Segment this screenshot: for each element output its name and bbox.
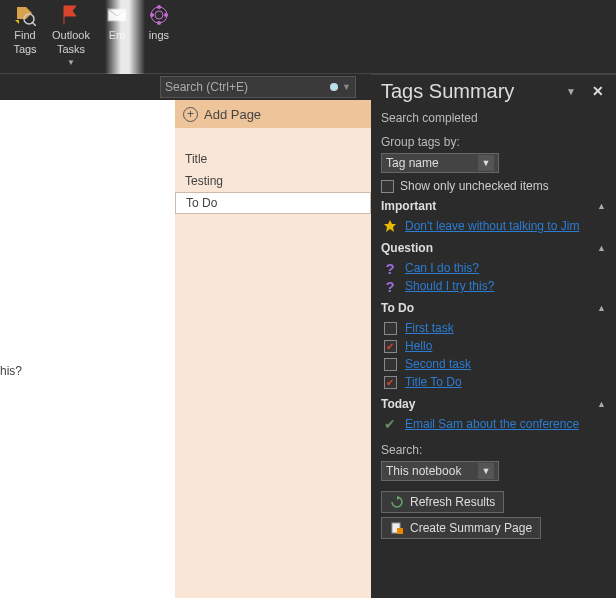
panel-menu-icon[interactable]: ▼ [556, 86, 586, 97]
tag-link[interactable]: Email Sam about the conference [405, 417, 579, 431]
page-list: + Add Page TitleTestingTo Do [175, 100, 371, 598]
group-name: Question [381, 241, 433, 255]
tag-link[interactable]: Can I do this? [405, 261, 479, 275]
outlook-tasks-button[interactable]: Outlook Tasks ▼ [46, 0, 96, 73]
tag-link[interactable]: First task [405, 321, 454, 335]
tag-row: ?Can I do this? [381, 259, 606, 277]
meeting-details-button[interactable]: ings [138, 0, 180, 73]
checkbox-icon[interactable]: ✔ [383, 375, 397, 389]
search-placeholder: Search (Ctrl+E) [165, 80, 248, 94]
tag-link[interactable]: Should I try this? [405, 279, 494, 293]
svg-point-6 [155, 11, 163, 19]
group-header[interactable]: To Do▲ [381, 301, 606, 315]
search-scope-select[interactable]: This notebook ▼ [381, 461, 499, 481]
flag-icon [60, 4, 82, 26]
tag-row: ✔Hello [381, 337, 606, 355]
search-status: Search completed [381, 111, 606, 125]
chevron-down-icon: ▼ [478, 463, 494, 479]
note-canvas[interactable]: his? [0, 100, 175, 598]
group-header[interactable]: Today▲ [381, 397, 606, 411]
checkbox-icon[interactable] [383, 357, 397, 371]
ribbon: Find Tags Outlook Tasks ▼ Em ings [0, 0, 616, 74]
page-strip: his? + Add Page TitleTestingTo Do [0, 100, 371, 598]
search-scope-dot[interactable] [330, 83, 338, 91]
main-column: Search (Ctrl+E) ▼ his? + Add Page TitleT… [0, 74, 371, 598]
question-icon: ? [383, 279, 397, 293]
svg-line-2 [32, 22, 36, 26]
check-dim-icon: ✔ [383, 417, 397, 431]
checkbox-icon[interactable] [381, 180, 394, 193]
show-unchecked-row[interactable]: Show only unchecked items [381, 179, 606, 193]
meeting-icon [148, 4, 170, 26]
svg-marker-11 [384, 220, 396, 232]
svg-marker-3 [15, 20, 19, 24]
tag-row: ?Should I try this? [381, 277, 606, 295]
refresh-label: Refresh Results [410, 495, 495, 509]
panel-body: Search completed Group tags by: Tag name… [371, 107, 616, 549]
group-name: To Do [381, 301, 414, 315]
close-icon[interactable]: ✕ [586, 83, 610, 99]
content-row: Search (Ctrl+E) ▼ his? + Add Page TitleT… [0, 74, 616, 598]
page-icon [390, 521, 404, 535]
meetings-label-2 [157, 42, 160, 56]
chevron-down-icon[interactable]: ▼ [342, 82, 351, 92]
checkbox-icon[interactable]: ✔ [383, 339, 397, 353]
find-tags-button[interactable]: Find Tags [4, 0, 46, 73]
plus-icon: + [183, 107, 198, 122]
search-input[interactable]: Search (Ctrl+E) ▼ [160, 76, 356, 98]
tag-link[interactable]: Second task [405, 357, 471, 371]
tag-link[interactable]: Don't leave without talking to Jim [405, 219, 579, 233]
tag-search-icon [14, 4, 36, 26]
checkbox-icon[interactable]: ✔ [384, 340, 397, 353]
group-header[interactable]: Question▲ [381, 241, 606, 255]
group-header[interactable]: Important▲ [381, 199, 606, 213]
page-item[interactable]: Testing [175, 170, 371, 192]
add-page-label: Add Page [204, 107, 261, 122]
meetings-label: ings [149, 28, 169, 42]
tag-row: ✔Title To Do [381, 373, 606, 391]
chevron-down-icon: ▼ [478, 155, 494, 171]
email-label-2 [115, 42, 118, 56]
checkbox-icon[interactable] [384, 358, 397, 371]
summary-label: Create Summary Page [410, 521, 532, 535]
group-by-label: Group tags by: [381, 135, 606, 149]
group-by-value: Tag name [386, 156, 439, 170]
chevron-up-icon: ▲ [597, 303, 606, 313]
star-icon [383, 219, 397, 233]
outlook-tasks-label: Outlook Tasks [52, 28, 90, 56]
group-name: Important [381, 199, 436, 213]
svg-point-10 [157, 21, 161, 25]
tag-row: Second task [381, 355, 606, 373]
tag-link[interactable]: Title To Do [405, 375, 462, 389]
checkbox-icon[interactable]: ✔ [384, 376, 397, 389]
envelope-icon [106, 4, 128, 26]
panel-title: Tags Summary [381, 80, 556, 103]
chevron-up-icon: ▲ [597, 201, 606, 211]
question-icon: ? [383, 261, 397, 275]
refresh-results-button[interactable]: Refresh Results [381, 491, 504, 513]
search-scope-value: This notebook [386, 464, 461, 478]
chevron-up-icon: ▲ [597, 243, 606, 253]
page-item[interactable]: To Do [175, 192, 371, 214]
search-row: Search (Ctrl+E) ▼ [0, 74, 371, 100]
group-by-select[interactable]: Tag name ▼ [381, 153, 499, 173]
checkbox-icon[interactable] [384, 322, 397, 335]
svg-point-8 [164, 13, 168, 17]
search-scope-label: Search: [381, 443, 606, 457]
svg-rect-14 [397, 528, 403, 534]
find-tags-label: Find Tags [13, 28, 36, 56]
add-page-button[interactable]: + Add Page [175, 100, 371, 128]
chevron-up-icon: ▲ [597, 399, 606, 409]
checkbox-icon[interactable] [383, 321, 397, 335]
panel-header: Tags Summary ▼ ✕ [371, 75, 616, 107]
svg-point-7 [157, 5, 161, 9]
email-page-button[interactable]: Em [96, 0, 138, 73]
tags-summary-panel: Tags Summary ▼ ✕ Search completed Group … [371, 74, 616, 598]
show-unchecked-label: Show only unchecked items [400, 179, 549, 193]
create-summary-button[interactable]: Create Summary Page [381, 517, 541, 539]
svg-point-9 [150, 13, 154, 17]
tag-row: Don't leave without talking to Jim [381, 217, 606, 235]
page-item[interactable]: Title [175, 148, 371, 170]
tag-row: First task [381, 319, 606, 337]
tag-link[interactable]: Hello [405, 339, 432, 353]
